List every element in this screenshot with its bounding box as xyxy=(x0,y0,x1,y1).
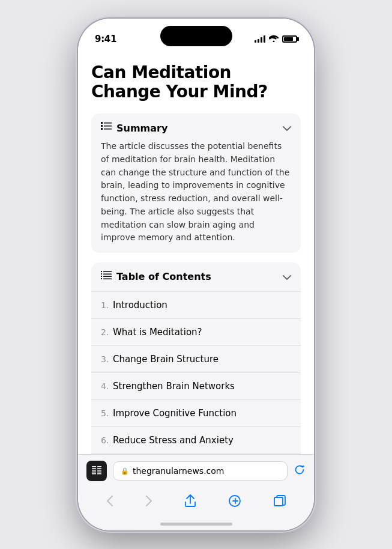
wifi-icon xyxy=(269,35,279,44)
svg-rect-16 xyxy=(92,470,96,471)
svg-rect-9 xyxy=(101,278,102,279)
toolbar xyxy=(78,487,314,520)
share-button[interactable] xyxy=(179,492,201,513)
signal-icon xyxy=(255,35,265,43)
toc-number: 5. xyxy=(101,408,113,418)
toc-item[interactable]: 1. Introduction xyxy=(91,292,301,319)
summary-text: The article discusses the potential bene… xyxy=(101,140,291,244)
status-bar: 9:41 xyxy=(78,19,314,51)
url-field[interactable]: 🔒 thegranularnews.com xyxy=(113,461,288,481)
svg-rect-12 xyxy=(103,276,112,277)
svg-rect-2 xyxy=(101,125,103,127)
summary-header: Summary xyxy=(101,122,291,134)
toc-number: 3. xyxy=(101,354,113,364)
svg-rect-13 xyxy=(103,278,112,279)
toc-title-row: Table of Contents xyxy=(101,271,211,283)
svg-rect-21 xyxy=(97,470,101,471)
summary-title-row: Summary xyxy=(101,122,167,134)
toc-card: Table of Contents 1. Introduction 2. Wha… xyxy=(91,262,301,454)
svg-rect-7 xyxy=(101,273,102,274)
toc-number: 4. xyxy=(101,381,113,391)
toc-text: Change Brain Structure xyxy=(113,354,219,365)
toc-header[interactable]: Table of Contents xyxy=(91,262,301,291)
svg-rect-23 xyxy=(97,473,101,475)
phone-frame: 9:41 xyxy=(78,19,314,530)
back-button[interactable] xyxy=(101,493,118,512)
toc-chevron-icon[interactable] xyxy=(283,272,291,282)
svg-rect-3 xyxy=(104,126,112,127)
svg-rect-24 xyxy=(274,497,283,506)
summary-label: Summary xyxy=(116,123,167,134)
screen: 9:41 xyxy=(78,19,314,530)
toc-text: Strengthen Brain Networks xyxy=(113,381,235,392)
svg-rect-14 xyxy=(92,466,96,467)
bottom-bar: 🔒 thegranularnews.com xyxy=(78,454,314,530)
toc-number: 1. xyxy=(101,300,113,310)
toc-items: 1. Introduction 2. What is Meditation? 3… xyxy=(91,291,301,454)
toc-number: 6. xyxy=(101,435,113,445)
toc-text: What is Meditation? xyxy=(113,327,202,338)
toc-icon xyxy=(101,271,112,283)
battery-icon xyxy=(282,35,297,43)
tabs-button[interactable] xyxy=(269,493,291,512)
forward-button[interactable] xyxy=(140,493,157,512)
summary-card: Summary The article discusses the potent… xyxy=(91,114,301,253)
bookmarks-button[interactable] xyxy=(224,493,247,512)
summary-icon xyxy=(101,122,112,134)
svg-rect-6 xyxy=(101,271,102,272)
toc-number: 2. xyxy=(101,327,113,337)
svg-rect-11 xyxy=(103,273,112,274)
svg-rect-17 xyxy=(92,472,96,473)
svg-rect-18 xyxy=(92,473,96,475)
svg-rect-8 xyxy=(101,276,102,277)
url-text: thegranularnews.com xyxy=(133,466,280,476)
toc-label: Table of Contents xyxy=(116,271,211,282)
article-title: Can Meditation Change Your Mind? xyxy=(91,63,301,102)
svg-rect-5 xyxy=(104,129,112,130)
toc-item[interactable]: 3. Change Brain Structure xyxy=(91,346,301,373)
toc-text: Reduce Stress and Anxiety xyxy=(113,435,234,446)
dynamic-island xyxy=(160,26,232,46)
svg-rect-22 xyxy=(97,472,101,473)
svg-rect-15 xyxy=(92,468,96,469)
toc-text: Introduction xyxy=(113,300,167,311)
svg-rect-20 xyxy=(97,468,101,469)
toc-item[interactable]: 4. Strengthen Brain Networks xyxy=(91,373,301,400)
status-time: 9:41 xyxy=(95,34,116,44)
reload-button[interactable] xyxy=(294,464,306,478)
svg-rect-10 xyxy=(103,271,112,272)
toc-item[interactable]: 6. Reduce Stress and Anxiety xyxy=(91,427,301,454)
summary-chevron-icon[interactable] xyxy=(283,123,291,133)
svg-rect-1 xyxy=(104,123,112,124)
toc-item[interactable]: 5. Improve Cognitive Function xyxy=(91,400,301,427)
content-area[interactable]: Can Meditation Change Your Mind? xyxy=(78,51,314,454)
toc-text: Improve Cognitive Function xyxy=(113,408,237,419)
url-bar: 🔒 thegranularnews.com xyxy=(78,455,314,487)
reader-button[interactable] xyxy=(86,461,107,481)
home-indicator xyxy=(78,520,314,530)
reader-icon xyxy=(92,466,101,476)
svg-rect-4 xyxy=(101,128,103,130)
lock-icon: 🔒 xyxy=(121,467,129,475)
toc-item[interactable]: 2. What is Meditation? xyxy=(91,319,301,346)
svg-rect-0 xyxy=(101,122,103,124)
status-icons xyxy=(255,35,297,44)
svg-rect-19 xyxy=(97,466,101,467)
